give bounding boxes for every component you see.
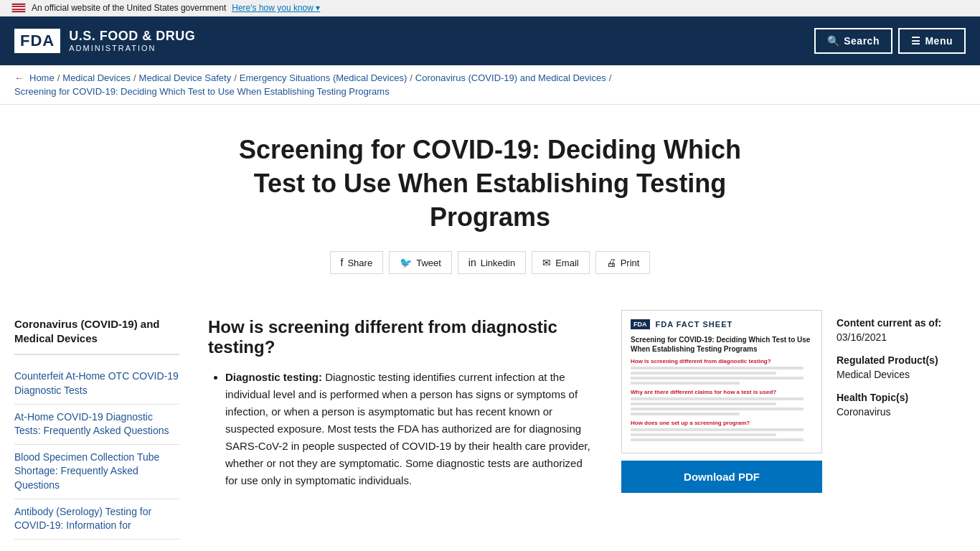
pdf-header: FDA FDA FACT SHEET — [631, 319, 813, 329]
content-text: Diagnostic testing: Diagnostic testing i… — [208, 369, 593, 489]
email-icon: ✉ — [542, 257, 551, 268]
pdf-section-1-heading: How is screening different from diagnost… — [631, 358, 813, 364]
menu-button[interactable]: ☰ Menu — [898, 28, 966, 54]
breadcrumb-emergency[interactable]: Emergency Situations (Medical Devices) — [240, 72, 407, 83]
sidebar-link-blood-specimen[interactable]: Blood Specimen Collection Tube Shortage:… — [14, 445, 179, 499]
sidebar: Coronavirus (COVID-19) and Medical Devic… — [14, 310, 179, 539]
breadcrumb-device-safety[interactable]: Medical Device Safety — [139, 72, 232, 83]
pdf-fact-label: FDA FACT SHEET — [656, 320, 733, 329]
pdf-lines-3 — [631, 428, 813, 441]
breadcrumb-home[interactable]: Home — [29, 72, 55, 83]
breadcrumb-current-page[interactable]: Screening for COVID-19: Deciding Which T… — [14, 86, 390, 97]
list-item: Diagnostic testing: Diagnostic testing i… — [225, 369, 593, 489]
us-flag-icon — [11, 3, 26, 13]
agency-name: U.S. FOOD & DRUG ADMINISTRATION — [69, 29, 195, 54]
pdf-section-3-heading: How does one set up a screening program? — [631, 420, 813, 426]
breadcrumb-medical-devices[interactable]: Medical Devices — [62, 72, 131, 83]
gov-banner-text: An official website of the United States… — [32, 3, 226, 13]
section-heading: How is screening different from diagnost… — [208, 317, 593, 357]
bullet-label: Diagnostic testing: — [225, 371, 322, 383]
site-header: FDA U.S. FOOD & DRUG ADMINISTRATION 🔍 Se… — [0, 17, 980, 65]
gov-banner: An official website of the United States… — [0, 0, 980, 17]
linkedin-share-button[interactable]: in Linkedin — [458, 251, 526, 274]
meta-panel: Content current as of: 03/16/2021 Regula… — [837, 310, 966, 429]
pdf-lines-1 — [631, 367, 813, 385]
share-bar: f Share 🐦 Tweet in Linkedin ✉ Email 🖨 Pr… — [225, 251, 755, 274]
main-container: Coronavirus (COVID-19) and Medical Devic… — [0, 310, 980, 539]
pdf-fact-title: Screening for COVID-19: Deciding Which T… — [631, 335, 813, 354]
fda-logo-text: FDA — [20, 33, 55, 49]
pdf-preview: FDA FDA FACT SHEET Screening for COVID-1… — [621, 310, 822, 453]
download-pdf-button[interactable]: Download PDF — [621, 461, 822, 493]
print-share-button[interactable]: 🖨 Print — [595, 251, 651, 274]
pdf-lines-2 — [631, 397, 813, 415]
main-content: How is screening different from diagnost… — [194, 310, 607, 505]
twitter-share-button[interactable]: 🐦 Tweet — [389, 251, 452, 274]
hamburger-icon: ☰ — [911, 35, 921, 47]
site-logo: FDA U.S. FOOD & DRUG ADMINISTRATION — [14, 29, 195, 54]
pdf-fda-badge: FDA — [631, 319, 650, 329]
header-nav: 🔍 Search ☰ Menu — [814, 28, 966, 54]
fda-logo-box: FDA — [14, 29, 60, 53]
content-row: How is screening different from diagnost… — [194, 310, 966, 539]
twitter-icon: 🐦 — [400, 257, 412, 268]
regulated-product-value: Medical Devices — [837, 369, 966, 380]
bullet-text: Diagnostic testing identifies current in… — [225, 371, 590, 486]
breadcrumb-arrow-icon: ← — [14, 72, 24, 83]
pdf-panel: FDA FDA FACT SHEET Screening for COVID-1… — [621, 310, 822, 493]
pdf-section-2-heading: Why are there different claims for how a… — [631, 389, 813, 395]
content-current-value: 03/16/2021 — [837, 331, 966, 343]
regulated-product-label: Regulated Product(s) — [837, 354, 966, 366]
breadcrumb: ← Home / Medical Devices / Medical Devic… — [0, 65, 980, 105]
agency-name-sub: ADMINISTRATION — [69, 44, 195, 53]
agency-name-title: U.S. FOOD & DRUG — [69, 29, 195, 44]
facebook-icon: f — [341, 257, 344, 268]
health-topic-value: Coronavirus — [837, 406, 966, 418]
sidebar-link-at-home[interactable]: At-Home COVID-19 Diagnostic Tests: Frequ… — [14, 405, 179, 445]
print-icon: 🖨 — [606, 257, 616, 268]
health-topic-label: Health Topic(s) — [837, 392, 966, 403]
sidebar-link-counterfeit[interactable]: Counterfeit At-Home OTC COVID-19 Diagnos… — [14, 364, 179, 404]
page-title: Screening for COVID-19: Deciding Which T… — [225, 133, 755, 234]
gov-banner-link[interactable]: Here's how you know ▾ — [232, 3, 320, 13]
sidebar-link-antibody[interactable]: Antibody (Serology) Testing for COVID-19… — [14, 499, 179, 540]
content-current-label: Content current as of: — [837, 317, 966, 329]
page-title-section: Screening for COVID-19: Deciding Which T… — [167, 105, 813, 310]
linkedin-icon: in — [468, 257, 476, 268]
search-button[interactable]: 🔍 Search — [814, 28, 892, 54]
pdf-preview-inner: FDA FDA FACT SHEET Screening for COVID-1… — [622, 311, 821, 453]
facebook-share-button[interactable]: f Share — [330, 251, 384, 274]
breadcrumb-covid-devices[interactable]: Coronavirus (COVID-19) and Medical Devic… — [415, 72, 606, 83]
sidebar-section-title: Coronavirus (COVID-19) and Medical Devic… — [14, 317, 179, 355]
email-share-button[interactable]: ✉ Email — [532, 251, 590, 274]
search-icon: 🔍 — [827, 35, 840, 47]
